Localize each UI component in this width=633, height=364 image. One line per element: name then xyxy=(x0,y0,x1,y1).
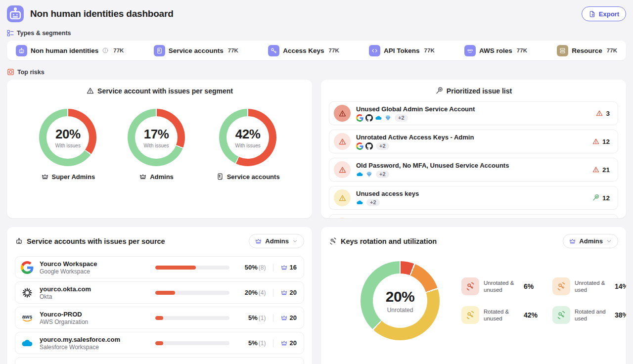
source-type: Google Workspace xyxy=(40,268,97,275)
issue-row[interactable]: Unrotated active access keys - Account +… xyxy=(329,214,618,218)
segments-panel-title: Service account with issues per segment xyxy=(97,87,233,95)
header: Non human identities dashboard Export xyxy=(7,0,626,28)
issues-percentage: 5% (1) xyxy=(235,314,266,321)
issues-percentage: 20% (4) xyxy=(235,289,266,296)
types-segments-label: Types & segments xyxy=(17,30,71,37)
type-item-non-human-identities[interactable]: Non human identities 77K xyxy=(16,45,124,56)
keys-panel-header: Keys rotation and utilization Admins xyxy=(329,234,618,248)
more-platforms-chip: +2 xyxy=(376,171,389,178)
issue-row[interactable]: Unrotated Active Access Keys - Admin +2 … xyxy=(329,130,618,153)
key-rotate-icon xyxy=(552,277,570,295)
medium-warning-badge xyxy=(334,218,351,218)
divider xyxy=(273,339,273,347)
types-segments-section-label: Types & segments xyxy=(7,30,626,37)
keys-chart-area: 20% Unrotated Unrotated & unused 6% Unro… xyxy=(329,261,618,340)
keys-donut-chart: 20% Unrotated xyxy=(361,261,440,340)
salesforce-icon xyxy=(356,199,363,206)
key-rotation-icon xyxy=(329,237,337,245)
id-badge-icon xyxy=(154,45,165,56)
issue-row[interactable]: Unused access keys +2 12 xyxy=(329,186,618,210)
issues-panel: Prioritized issue list Unused Global Adm… xyxy=(321,80,626,218)
warning-icon xyxy=(595,109,603,117)
medium-warning-badge xyxy=(334,189,351,206)
type-item-service-accounts[interactable]: Service accounts 77K xyxy=(154,45,238,56)
type-count: 77K xyxy=(607,47,617,53)
gem-icon xyxy=(384,114,392,122)
type-label: AWS roles xyxy=(479,47,512,54)
type-item-aws-roles[interactable]: aws AWS roles 77K xyxy=(464,45,527,56)
robot-icon xyxy=(7,5,24,22)
crown-icon xyxy=(280,289,288,296)
more-platforms-chip: +2 xyxy=(366,199,380,206)
crown-icon xyxy=(280,339,288,347)
donut-super-admins: 20% With issues Super Admins xyxy=(39,109,96,181)
source-row[interactable]: yourco.my.salesforce.com Salesforce Work… xyxy=(15,332,304,354)
segment-filter-dropdown[interactable]: Admins xyxy=(249,234,304,248)
aws-icon: aws xyxy=(21,312,34,324)
source-row[interactable] xyxy=(15,357,304,364)
google-icon xyxy=(21,261,34,274)
issues-percentage: 5% (1) xyxy=(235,339,266,347)
segment-donuts-row: 20% With issues Super Admins 17% With is… xyxy=(15,109,304,181)
admins-count: 20 xyxy=(280,314,297,321)
source-row[interactable]: aws Yourco-PROD AWS Organization 5% (1) … xyxy=(15,307,304,329)
filter-value: Admins xyxy=(265,237,289,245)
milestone-icon xyxy=(592,194,600,202)
admins-count: 20 xyxy=(280,289,297,296)
legend-item: Unrotated & used 14% xyxy=(552,277,626,295)
donut-value: 20% xyxy=(55,127,81,142)
info-icon[interactable] xyxy=(102,47,109,54)
source-type: Salesforce Workspace xyxy=(40,344,120,351)
issue-count: 3 xyxy=(595,109,610,117)
chevron-down-icon xyxy=(292,238,298,244)
gem-icon xyxy=(365,171,373,178)
robot-icon xyxy=(16,45,27,56)
issue-list: Unused Global Admin Service Account +2 3 xyxy=(329,101,618,218)
issue-row[interactable]: Unused Global Admin Service Account +2 3 xyxy=(329,101,618,125)
github-icon xyxy=(365,114,373,122)
segment-donut-chart: 20% With issues xyxy=(39,109,96,166)
donut-segment-label: Admins xyxy=(139,173,174,181)
top-risks-label: Top risks xyxy=(17,69,45,76)
robot-app-icon xyxy=(7,5,24,22)
type-item-resource[interactable]: Resource 77K xyxy=(557,45,617,56)
svg-text:aws: aws xyxy=(467,48,473,51)
type-item-api-tokens[interactable]: API Tokens 77K xyxy=(369,45,435,56)
type-item-access-keys[interactable]: Access Keys 77K xyxy=(268,45,339,56)
segment-donut-chart: 42% With issues xyxy=(219,109,276,166)
issue-count: 12 xyxy=(592,137,610,145)
segment-filter-dropdown[interactable]: Admins xyxy=(563,234,618,248)
donut-caption: With issues xyxy=(235,143,261,148)
okta-icon xyxy=(21,286,34,299)
legend-value: 6% xyxy=(524,282,534,290)
legend-item: Unrotated & unused 6% xyxy=(461,277,538,295)
id-badge-icon xyxy=(216,173,224,181)
chevron-down-icon xyxy=(606,238,612,244)
issues-progress-bar xyxy=(155,341,229,345)
top-risks-section-label: Top risks xyxy=(7,68,626,76)
issue-platforms: +2 xyxy=(356,199,419,206)
source-name: Yourco-PROD xyxy=(40,311,88,318)
milestone-icon xyxy=(435,87,444,95)
issue-platforms: +2 xyxy=(356,114,475,122)
legend-value: 14% xyxy=(615,282,626,290)
source-row[interactable]: yourco.okta.com Okta 20% (4) 20 xyxy=(15,281,304,304)
type-count: 77K xyxy=(228,47,238,53)
export-button[interactable]: Export xyxy=(582,6,626,21)
issue-row[interactable]: Old Password, No MFA, Unused Service Acc… xyxy=(329,158,618,182)
type-count: 77K xyxy=(113,47,124,53)
key-rotate-icon xyxy=(552,306,570,324)
donut-value: 42% xyxy=(235,127,261,142)
keys-panel: Keys rotation and utilization Admins 20%… xyxy=(321,227,626,364)
export-label: Export xyxy=(599,10,619,18)
page-title: Non human identities dashboard xyxy=(30,8,174,19)
source-name: yourco.okta.com xyxy=(40,285,91,293)
dashboard-page: Non human identities dashboard Export Ty… xyxy=(0,0,633,364)
crown-icon xyxy=(280,314,288,321)
high-warning-badge xyxy=(334,133,351,150)
source-row[interactable]: Yourco Workspace Google Workspace 50% (8… xyxy=(15,256,304,278)
code-icon xyxy=(369,45,380,56)
legend-value: 42% xyxy=(524,311,538,319)
donut-caption: With issues xyxy=(143,143,169,148)
keys-panel-title: Keys rotation and utilization xyxy=(341,237,437,245)
